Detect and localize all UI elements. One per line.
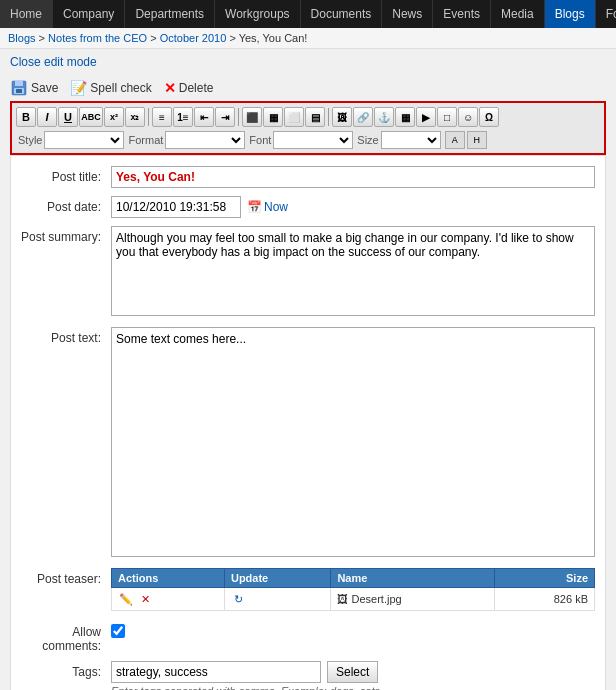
close-edit-mode-link[interactable]: Close edit mode <box>10 55 97 69</box>
rte-superscript-button[interactable]: x² <box>104 107 124 127</box>
file-size-cell: 826 kB <box>494 588 594 611</box>
rte-box-button[interactable]: □ <box>437 107 457 127</box>
rte-media-button[interactable]: ▶ <box>416 107 436 127</box>
post-summary-textarea[interactable]: Although you may feel too small to make … <box>111 226 595 316</box>
rte-format-label: Format <box>128 134 163 146</box>
rte-underline-button[interactable]: U <box>58 107 78 127</box>
rte-separator-2 <box>238 108 239 126</box>
post-summary-row: Post summary: Although you may feel too … <box>21 226 595 319</box>
file-name-cell: 🖼 Desert.jpg <box>331 588 494 611</box>
file-table-header-update: Update <box>224 569 330 588</box>
file-actions-cell: ✏️ ✕ <box>112 588 225 611</box>
post-date-row: Post date: 📅 Now <box>21 196 595 218</box>
rte-outdent-button[interactable]: ⇤ <box>194 107 214 127</box>
rte-link-button[interactable]: 🔗 <box>353 107 373 127</box>
delete-label: Delete <box>179 81 214 95</box>
rte-image-button[interactable]: 🖼 <box>332 107 352 127</box>
post-text-field: Some text comes here... <box>111 327 595 560</box>
file-table-header-name: Name <box>331 569 494 588</box>
calendar-icon: 📅 <box>247 200 262 214</box>
rte-font-color-button[interactable]: A <box>445 131 465 149</box>
rte-align-center-button[interactable]: ▦ <box>263 107 283 127</box>
form-area: Post title: Post date: 📅 Now Post summar… <box>10 155 606 690</box>
nav-company[interactable]: Company <box>53 0 125 28</box>
file-update-cell: ↻ <box>224 588 330 611</box>
nav-forums[interactable]: Forums <box>596 0 616 28</box>
rte-align-right-button[interactable]: ⬜ <box>284 107 304 127</box>
rte-font-select[interactable] <box>273 131 353 149</box>
nav-news[interactable]: News <box>382 0 433 28</box>
breadcrumb-ceo[interactable]: Notes from the CEO <box>48 32 147 44</box>
allow-comments-label: Allow comments: <box>21 621 111 653</box>
rte-subscript-button[interactable]: x₂ <box>125 107 145 127</box>
tags-hint: Enter tags separated with comma. Example… <box>111 685 595 690</box>
post-title-row: Post title: <box>21 166 595 188</box>
post-title-field <box>111 166 595 188</box>
nav-documents[interactable]: Documents <box>301 0 383 28</box>
nav-workgroups[interactable]: Workgroups <box>215 0 300 28</box>
file-name: Desert.jpg <box>351 593 401 605</box>
allow-comments-row: Allow comments: <box>21 621 595 653</box>
rte-format-group: Format <box>128 131 245 149</box>
rte-align-left-button[interactable]: ⬛ <box>242 107 262 127</box>
post-date-input[interactable] <box>111 196 241 218</box>
svg-rect-3 <box>16 89 22 93</box>
nav-events[interactable]: Events <box>433 0 491 28</box>
tags-row: Tags: Select Enter tags separated with c… <box>21 661 595 690</box>
rte-highlight-button[interactable]: H <box>467 131 487 149</box>
rte-abc-button[interactable]: ABC <box>79 107 103 127</box>
rte-justify-button[interactable]: ▤ <box>305 107 325 127</box>
rte-buttons-row: B I U ABC x² x₂ ≡ 1≡ ⇤ ⇥ ⬛ ▦ ⬜ ▤ 🖼 🔗 ⚓ ▦… <box>14 105 602 129</box>
allow-comments-checkbox[interactable] <box>111 624 125 638</box>
nav-media[interactable]: Media <box>491 0 545 28</box>
rte-separator-1 <box>148 108 149 126</box>
file-edit-button[interactable]: ✏️ <box>118 591 134 607</box>
rte-ordered-list-button[interactable]: 1≡ <box>173 107 193 127</box>
rte-emoji-button[interactable]: ☺ <box>458 107 478 127</box>
rte-font-group: Font <box>249 131 353 149</box>
rte-indent-button[interactable]: ⇥ <box>215 107 235 127</box>
file-delete-button[interactable]: ✕ <box>137 591 153 607</box>
nav-blogs[interactable]: Blogs <box>545 0 596 28</box>
rte-special-char-button[interactable]: Ω <box>479 107 499 127</box>
spellcheck-label: Spell check <box>90 81 151 95</box>
delete-button[interactable]: ✕ Delete <box>164 80 214 96</box>
post-summary-label: Post summary: <box>21 226 111 244</box>
breadcrumb-blogs[interactable]: Blogs <box>8 32 36 44</box>
post-teaser-row: Post teaser: Actions Update Name Size ✏️ <box>21 568 595 613</box>
nav-home[interactable]: Home <box>0 0 53 28</box>
rte-anchor-button[interactable]: ⚓ <box>374 107 394 127</box>
tags-input[interactable] <box>111 661 321 683</box>
spellcheck-button[interactable]: 📝 Spell check <box>70 80 151 96</box>
toolbar-row: Save 📝 Spell check ✕ Delete <box>0 75 616 101</box>
rte-table-button[interactable]: ▦ <box>395 107 415 127</box>
rte-style-select[interactable] <box>44 131 124 149</box>
rte-separator-3 <box>328 108 329 126</box>
rte-size-select[interactable] <box>381 131 441 149</box>
save-icon <box>10 79 28 97</box>
post-date-now-link[interactable]: 📅 Now <box>247 200 288 214</box>
post-title-input[interactable] <box>111 166 595 188</box>
breadcrumb-current: Yes, You Can! <box>239 32 308 44</box>
rte-bold-button[interactable]: B <box>16 107 36 127</box>
tags-select-button[interactable]: Select <box>327 661 378 683</box>
rte-format-select[interactable] <box>165 131 245 149</box>
nav-departments[interactable]: Departments <box>125 0 215 28</box>
file-table-header-size: Size <box>494 569 594 588</box>
rte-italic-button[interactable]: I <box>37 107 57 127</box>
allow-comments-field <box>111 621 595 641</box>
post-title-label: Post title: <box>21 166 111 184</box>
save-button[interactable]: Save <box>10 79 58 97</box>
rte-font-label: Font <box>249 134 271 146</box>
post-text-label: Post text: <box>21 327 111 345</box>
file-upload-button[interactable]: ↻ <box>231 591 247 607</box>
breadcrumb-october[interactable]: October 2010 <box>160 32 227 44</box>
post-text-row: Post text: Some text comes here... <box>21 327 595 560</box>
save-label: Save <box>31 81 58 95</box>
rte-toolbar: B I U ABC x² x₂ ≡ 1≡ ⇤ ⇥ ⬛ ▦ ⬜ ▤ 🖼 🔗 ⚓ ▦… <box>10 101 606 155</box>
top-navigation: Home Company Departments Workgroups Docu… <box>0 0 616 28</box>
rte-unordered-list-button[interactable]: ≡ <box>152 107 172 127</box>
now-label: Now <box>264 200 288 214</box>
post-teaser-label: Post teaser: <box>21 568 111 586</box>
post-text-textarea[interactable]: Some text comes here... <box>111 327 595 557</box>
